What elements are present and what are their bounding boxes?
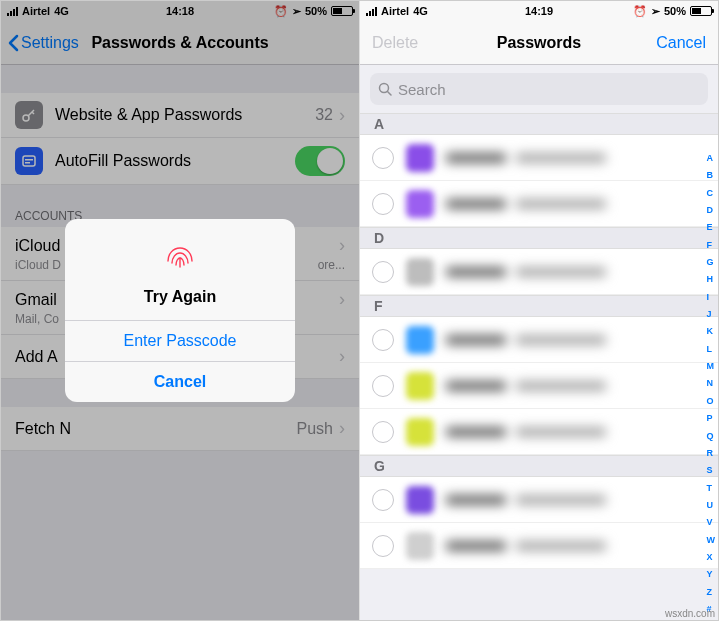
index-L[interactable]: L	[707, 344, 716, 354]
enter-passcode-button[interactable]: Enter Passcode	[65, 320, 295, 361]
password-entry-text	[446, 153, 708, 163]
index-W[interactable]: W	[707, 535, 716, 545]
password-row[interactable]	[360, 181, 718, 227]
index-U[interactable]: U	[707, 500, 716, 510]
site-icon	[406, 190, 434, 218]
delete-button[interactable]: Delete	[372, 34, 418, 52]
phone-right: Airtel 4G 14:19 ⏰ ➢ 50% Delete Passwords…	[360, 1, 718, 620]
battery-icon	[690, 6, 712, 16]
site-icon	[406, 144, 434, 172]
index-B[interactable]: B	[707, 170, 716, 180]
index-Z[interactable]: Z	[707, 587, 716, 597]
index-K[interactable]: K	[707, 326, 716, 336]
index-D[interactable]: D	[707, 205, 716, 215]
index-C[interactable]: C	[707, 188, 716, 198]
index-G[interactable]: G	[707, 257, 716, 267]
index-A[interactable]: A	[707, 153, 716, 163]
alert-title: Try Again	[79, 288, 281, 306]
select-radio[interactable]	[372, 535, 394, 557]
modal-overlay: Try Again Enter Passcode Cancel	[1, 1, 359, 620]
index-J[interactable]: J	[707, 309, 716, 319]
select-radio[interactable]	[372, 329, 394, 351]
site-icon	[406, 372, 434, 400]
password-entry-text	[446, 199, 708, 209]
section-header-G: G	[360, 455, 718, 477]
phone-left: Airtel 4G 14:18 ⏰ ➢ 50% Settings Passwor…	[1, 1, 360, 620]
index-V[interactable]: V	[707, 517, 716, 527]
password-row[interactable]	[360, 135, 718, 181]
cancel-button[interactable]: Cancel	[65, 361, 295, 402]
search-input[interactable]: Search	[370, 73, 708, 105]
index-H[interactable]: H	[707, 274, 716, 284]
index-F[interactable]: F	[707, 240, 716, 250]
svg-line-5	[388, 92, 392, 96]
site-icon	[406, 532, 434, 560]
select-radio[interactable]	[372, 375, 394, 397]
password-entry-text	[446, 381, 708, 391]
index-X[interactable]: X	[707, 552, 716, 562]
password-row[interactable]	[360, 477, 718, 523]
index-I[interactable]: I	[707, 292, 716, 302]
password-row[interactable]	[360, 409, 718, 455]
password-row[interactable]	[360, 249, 718, 295]
search-placeholder: Search	[398, 81, 446, 98]
site-icon	[406, 486, 434, 514]
nav-bar: Delete Passwords Cancel	[360, 21, 718, 65]
index-N[interactable]: N	[707, 378, 716, 388]
section-header-F: F	[360, 295, 718, 317]
index-M[interactable]: M	[707, 361, 716, 371]
index-S[interactable]: S	[707, 465, 716, 475]
site-icon	[406, 418, 434, 446]
select-radio[interactable]	[372, 147, 394, 169]
site-icon	[406, 326, 434, 354]
search-icon	[378, 82, 392, 96]
password-entry-text	[446, 267, 708, 277]
password-row[interactable]	[360, 523, 718, 569]
select-radio[interactable]	[372, 421, 394, 443]
password-entry-text	[446, 335, 708, 345]
section-header-A: A	[360, 113, 718, 135]
select-radio[interactable]	[372, 489, 394, 511]
clock: 14:19	[360, 5, 718, 17]
password-entry-text	[446, 495, 708, 505]
watermark: wsxdn.com	[665, 608, 715, 619]
password-entry-text	[446, 541, 708, 551]
fingerprint-icon	[160, 237, 200, 277]
select-radio[interactable]	[372, 261, 394, 283]
index-O[interactable]: O	[707, 396, 716, 406]
password-row[interactable]	[360, 363, 718, 409]
status-bar: Airtel 4G 14:19 ⏰ ➢ 50%	[360, 1, 718, 21]
index-rail[interactable]: ABCDEFGHIJKLMNOPQRSTUVWXYZ#	[705, 151, 718, 616]
page-title: Passwords	[497, 34, 581, 52]
index-E[interactable]: E	[707, 222, 716, 232]
password-entry-text	[446, 427, 708, 437]
section-header-D: D	[360, 227, 718, 249]
select-radio[interactable]	[372, 193, 394, 215]
index-P[interactable]: P	[707, 413, 716, 423]
cancel-button[interactable]: Cancel	[656, 34, 706, 52]
index-T[interactable]: T	[707, 483, 716, 493]
touchid-alert: Try Again Enter Passcode Cancel	[65, 219, 295, 402]
index-R[interactable]: R	[707, 448, 716, 458]
site-icon	[406, 258, 434, 286]
password-list: ADFG	[360, 113, 718, 569]
index-Q[interactable]: Q	[707, 431, 716, 441]
password-row[interactable]	[360, 317, 718, 363]
index-Y[interactable]: Y	[707, 569, 716, 579]
